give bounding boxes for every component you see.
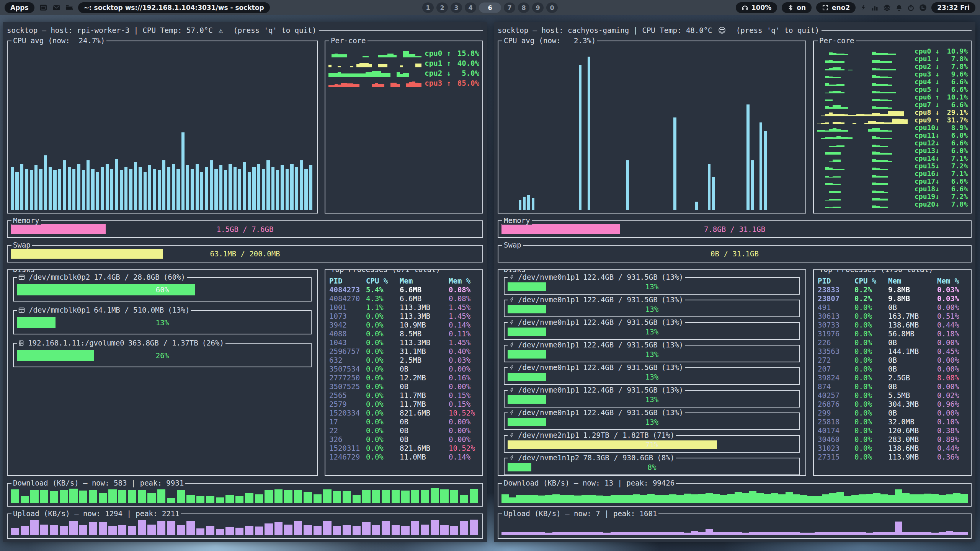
process-pid: 23833 xyxy=(818,285,854,294)
process-pid: 31976 xyxy=(818,329,854,338)
process-mem-pct: 0.15% xyxy=(449,391,479,400)
workspace-button[interactable]: 8 xyxy=(518,3,529,13)
bolt-icon xyxy=(509,455,514,461)
window-icon[interactable] xyxy=(39,3,47,12)
terminal-window-right[interactable]: socktop — host: cachyos-gaming | CPU Tem… xyxy=(494,22,975,542)
process-cpu: 0.0% xyxy=(854,417,888,426)
process-mem: 163.7MB xyxy=(888,312,937,321)
workspace-button[interactable]: 6 xyxy=(479,3,501,13)
process-mem-pct: 0.40% xyxy=(449,347,479,356)
process-mem-pct: 0.00% xyxy=(937,382,968,391)
process-mem-pct: 0.36% xyxy=(937,453,968,461)
notifications-bell-icon[interactable] xyxy=(895,4,903,11)
process-mem: 2.5MB xyxy=(400,356,449,365)
bluetooth-indicator[interactable]: on xyxy=(782,2,812,13)
core-label: cpu9 ↑ xyxy=(915,116,939,124)
process-mem: 144.1MB xyxy=(888,347,937,356)
workspace-button[interactable]: 2 xyxy=(436,3,448,13)
disk-entry-title: /dev/nvme0n1p1 122.4GB / 931.5GB (13%) xyxy=(508,295,685,304)
cpu-histogram xyxy=(11,45,314,210)
workspace-button[interactable]: 1 xyxy=(422,3,434,13)
top-processes-title: Top Processes (1790 total) xyxy=(818,269,934,274)
app-logo-icon[interactable] xyxy=(919,4,927,11)
process-mem-pct: 0.44% xyxy=(937,321,968,329)
terminal-window-left[interactable]: socktop — host: rpi-worker-3 | CPU Temp:… xyxy=(3,22,487,542)
folder-icon[interactable] xyxy=(65,3,74,12)
core-value: 7.8% xyxy=(942,62,968,70)
title-rule xyxy=(319,30,483,31)
core-label: cpu1 ↓ xyxy=(915,55,939,63)
disk-entry-title: /dev/nvme0n1p1 122.4GB / 931.5GB (13%) xyxy=(508,318,685,326)
process-row: 326 0.0% 0B 0.00% xyxy=(329,435,479,444)
core-sparkline xyxy=(817,194,911,201)
workspace-button[interactable]: 3 xyxy=(451,3,462,13)
per-core-row: cpu9 ↑ 31.7% xyxy=(817,116,968,124)
process-mem: 138.6MB xyxy=(888,321,937,329)
download-title: Download (KB/s) — now: 13 | peak: 99426 xyxy=(502,479,676,487)
disk-device: 192.168.1.11:/gvolume0 xyxy=(28,339,124,347)
top-processes-panel: Top Processes (671 total) PID CPU % Mem … xyxy=(325,269,483,476)
process-cpu: 0.0% xyxy=(366,417,400,426)
apps-button[interactable]: Apps xyxy=(5,2,34,13)
process-mem-pct: 0.45% xyxy=(937,347,968,356)
memory-title: Memory xyxy=(502,216,532,225)
layers-icon[interactable] xyxy=(883,4,891,11)
col-cpu: CPU % xyxy=(854,276,888,285)
process-pid: 1246729 xyxy=(329,453,366,461)
disk-bar-label: 13% xyxy=(505,418,799,426)
core-label: cpu5 ↓ xyxy=(915,85,939,93)
core-label: cpu3 ↓ xyxy=(915,70,939,78)
core-label: cpu0 ↓ xyxy=(915,47,939,55)
mail-icon[interactable] xyxy=(52,3,60,12)
workspace-button[interactable]: 9 xyxy=(532,3,544,13)
process-mem: 0B xyxy=(400,382,449,391)
power-icon[interactable] xyxy=(907,4,915,11)
col-pid: PID xyxy=(818,276,854,285)
network-indicator[interactable]: eno2 xyxy=(816,2,856,13)
disk-entry-title: /dev/nvme0n1p1 122.4GB / 931.5GB (13%) xyxy=(508,341,685,349)
disk-usage: 17.4GB / 28.8GB xyxy=(94,273,160,281)
workspace-button[interactable]: 0 xyxy=(546,3,558,13)
workspace-button[interactable]: 4 xyxy=(465,3,476,13)
per-core-row: cpu3 ↓ 9.6% xyxy=(817,70,968,78)
upload-panel: Upload (KB/s) — now: 7 | peak: 1601 xyxy=(498,514,972,539)
core-label: cpu13↓ xyxy=(915,147,939,155)
cpu-avg-panel: CPU avg (now: 2.3%) xyxy=(498,41,806,214)
col-memp: Mem % xyxy=(449,276,479,285)
process-cpu: 0.0% xyxy=(366,444,400,453)
process-mem: 0B xyxy=(400,435,449,444)
active-window-title[interactable]: ~: socktop ws://192.168.1.104:3031/ws - … xyxy=(78,2,270,13)
process-mem-pct: 8.08% xyxy=(937,373,968,382)
volume-indicator[interactable]: 100% xyxy=(736,2,777,13)
disk-usage: 78.3GB / 930.6GB xyxy=(583,453,653,462)
per-core-row: cpu7 ↓ 6.6% xyxy=(817,101,968,109)
workspace-button[interactable]: 7 xyxy=(504,3,515,13)
process-cpu: 0.0% xyxy=(366,409,400,417)
host-title: socktop — host: rpi-worker-3 | CPU Temp:… xyxy=(7,26,217,34)
per-core-row: cpu16↓ 7.1% xyxy=(817,170,968,178)
core-value: 6.6% xyxy=(942,78,968,86)
process-cpu: 0.2% xyxy=(854,294,888,303)
process-pid: 23807 xyxy=(818,294,854,303)
process-pid: 2565 xyxy=(329,391,366,400)
core-value: 15.8% xyxy=(454,49,479,57)
process-table-header: PID CPU % Mem Mem % xyxy=(329,276,479,285)
process-mem-pct: 0.38% xyxy=(937,426,968,435)
disk-device: /dev/nvme2n1p1 xyxy=(518,431,579,439)
power-profile-icon[interactable] xyxy=(860,4,866,11)
per-core-row: cpu20↓ 7.8% xyxy=(817,201,968,208)
workspace-label: 8 xyxy=(521,4,526,11)
clock[interactable]: 23:32 Fri xyxy=(931,2,975,13)
system-stats-icon[interactable] xyxy=(871,4,879,11)
workspace-switcher: 123467890 xyxy=(422,3,558,13)
process-mem-pct: 0.00% xyxy=(937,356,968,365)
process-mem: 8.5MB xyxy=(400,329,449,338)
disk-percent: (13%) xyxy=(662,273,683,281)
process-pid: 22 xyxy=(329,426,366,435)
upload-chart xyxy=(501,518,968,535)
process-cpu: 0.0% xyxy=(854,347,888,356)
process-pid: 1001 xyxy=(329,303,366,312)
core-value: 7.2% xyxy=(942,192,968,201)
core-label: cpu15↓ xyxy=(915,162,939,170)
process-mem-pct: 0.18% xyxy=(937,329,968,338)
